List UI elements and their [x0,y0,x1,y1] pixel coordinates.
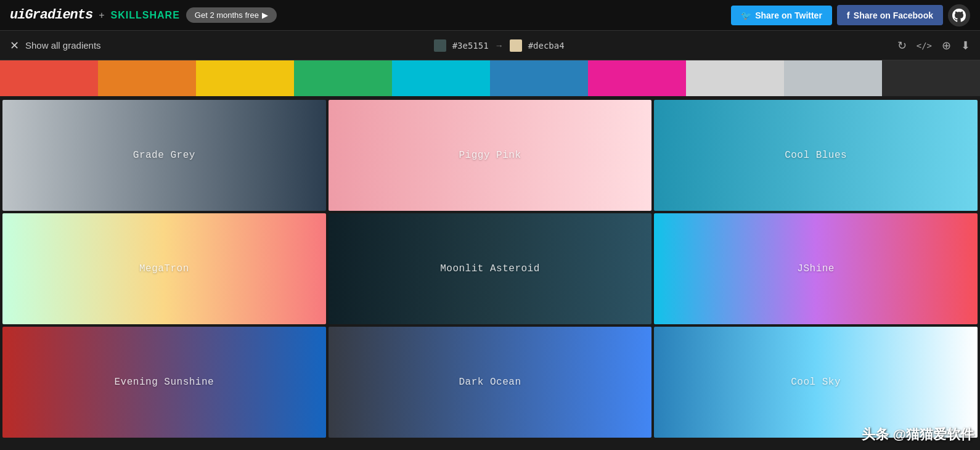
github-button[interactable] [948,4,970,27]
gradient-card-piggy-pink[interactable]: Piggy Pink [329,100,652,211]
color-filter-bar [0,60,980,97]
logo-plus: + [99,10,104,21]
header: uiGradients + SKILLSHARE Get 2 months fr… [0,0,980,31]
gradient-card-megatron[interactable]: MegaTron [2,213,326,324]
color-filter-light-gray[interactable] [686,60,784,96]
color-hex-1: #3e5151 [452,41,489,51]
gradient-label-piggy-pink: Piggy Pink [459,150,521,161]
color-hex-2: #decba4 [528,41,565,51]
twitter-icon: 🐦 [741,10,751,20]
color-swatch-1 [434,39,446,52]
gradient-grid: Grade GreyPiggy PinkCool BluesMegaTronMo… [0,97,980,440]
gradient-card-grade-grey[interactable]: Grade Grey [2,100,326,211]
header-right: 🐦 Share on Twitter f Share on Facebook [731,4,970,27]
arrow-icon: → [495,41,504,51]
color-filter-green[interactable] [294,60,392,96]
color-filter-yellow[interactable] [196,60,294,96]
color-swatch-2 [510,39,522,52]
color-filter-silver[interactable] [784,60,882,96]
free-months-button[interactable]: Get 2 months free ▶ [186,7,277,23]
gradient-card-jshine[interactable]: JShine [654,213,978,324]
gradient-label-cool-blues: Cool Blues [785,150,847,161]
gradient-label-megatron: MegaTron [139,263,189,274]
gradient-label-cool-sky: Cool Sky [791,377,841,388]
header-left: uiGradients + SKILLSHARE Get 2 months fr… [10,7,277,23]
refresh-icon[interactable]: ↻ [897,39,907,52]
logo: uiGradients [10,7,92,23]
color-filter-magenta[interactable] [588,60,686,96]
gradient-card-dark-ocean[interactable]: Dark Ocean [329,327,652,438]
color-filter-red[interactable] [0,60,98,96]
share-twitter-button[interactable]: 🐦 Share on Twitter [731,6,832,25]
toolbar-center: #3e5151 → #decba4 [434,39,565,52]
gradient-label-evening-sunshine: Evening Sunshine [115,377,214,388]
toolbar: ✕ Show all gradients #3e5151 → #decba4 ↻… [0,31,980,60]
color-filter-dark[interactable] [882,60,980,96]
gradient-label-dark-ocean: Dark Ocean [459,377,521,388]
color-filter-blue[interactable] [490,60,588,96]
color-filter-cyan[interactable] [392,60,490,96]
gradient-label-jshine: JShine [797,263,835,274]
gradient-label-moonlit-asteroid: Moonlit Asteroid [440,263,540,274]
toolbar-left: ✕ Show all gradients [10,39,101,52]
show-all-gradients-label: Show all gradients [25,40,101,51]
github-icon [952,9,966,22]
close-icon[interactable]: ✕ [10,39,19,52]
gradient-card-evening-sunshine[interactable]: Evening Sunshine [2,327,326,438]
gradient-label-grade-grey: Grade Grey [133,150,195,161]
gradient-card-cool-blues[interactable]: Cool Blues [654,100,978,211]
gradient-card-cool-sky[interactable]: Cool Sky [654,327,978,438]
skillshare-label: SKILLSHARE [111,10,180,21]
download-icon[interactable]: ⬇ [961,39,970,52]
gradient-card-moonlit-asteroid[interactable]: Moonlit Asteroid [329,213,652,324]
facebook-icon: f [847,10,850,20]
code-icon[interactable]: </> [917,41,932,51]
add-icon[interactable]: ⊕ [942,39,951,52]
toolbar-right: ↻ </> ⊕ ⬇ [897,39,970,52]
share-facebook-button[interactable]: f Share on Facebook [837,5,943,25]
color-filter-orange[interactable] [98,60,196,96]
